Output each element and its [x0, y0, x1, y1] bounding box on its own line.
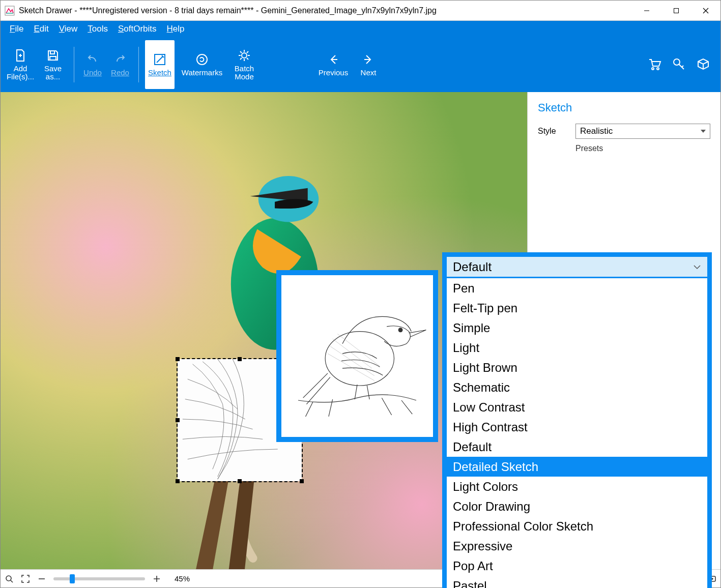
dropdown-option[interactable]: Simple	[447, 318, 707, 338]
next-button[interactable]: Next	[354, 40, 383, 89]
cart-icon[interactable]	[647, 57, 661, 73]
app-window: Sketch Drawer - ****Unregistered version…	[0, 0, 721, 588]
add-file-icon	[13, 48, 27, 63]
fit-screen-icon[interactable]	[21, 574, 30, 583]
package-icon[interactable]	[696, 57, 710, 73]
gear-icon	[237, 48, 251, 63]
style-value: Realistic	[580, 126, 613, 136]
undo-icon	[85, 52, 100, 67]
maximize-button[interactable]	[661, 1, 691, 20]
minimize-button[interactable]	[632, 1, 661, 20]
window-title: Sketch Drawer - ****Unregistered version…	[19, 6, 437, 15]
zoom-out-icon[interactable]	[37, 574, 46, 583]
resize-handle[interactable]	[300, 479, 304, 483]
sketch-button[interactable]: Sketch	[145, 40, 175, 89]
dropdown-option[interactable]: Expressive	[447, 536, 707, 556]
redo-icon	[113, 52, 127, 67]
presets-label: Presets	[575, 144, 710, 153]
dropdown-option[interactable]: Default	[447, 437, 707, 457]
chevron-down-icon	[701, 130, 706, 133]
dropdown-option[interactable]: Pastel	[447, 576, 707, 588]
menu-view[interactable]: View	[54, 21, 83, 37]
svg-point-22	[6, 576, 11, 581]
dropdown-option[interactable]: Light Colors	[447, 477, 707, 496]
dropdown-option[interactable]: Professional Color Sketch	[447, 516, 707, 536]
resize-handle[interactable]	[176, 418, 180, 422]
svg-point-21	[398, 328, 402, 332]
toolbar: Add File(s)... Save as... Undo Redo Sket…	[1, 37, 720, 92]
zoom-reset-icon[interactable]	[5, 574, 14, 583]
resize-handle[interactable]	[238, 357, 242, 361]
svg-rect-6	[50, 56, 56, 60]
watermark-icon	[195, 52, 209, 67]
redo-button[interactable]: Redo	[108, 40, 132, 89]
style-label: Style	[538, 127, 566, 136]
chevron-down-icon	[693, 260, 701, 274]
title-bar: Sketch Drawer - ****Unregistered version…	[1, 1, 720, 21]
add-files-button[interactable]: Add File(s)...	[6, 40, 35, 89]
menu-help[interactable]: Help	[162, 21, 190, 37]
zoom-slider[interactable]	[53, 577, 145, 580]
menu-edit[interactable]: Edit	[28, 21, 53, 37]
style-combo[interactable]: Realistic	[575, 124, 710, 139]
svg-point-10	[652, 68, 654, 70]
dropdown-option[interactable]: Felt-Tip pen	[447, 298, 707, 318]
dropdown-option[interactable]: Color Drawing	[447, 496, 707, 516]
svg-point-8	[197, 54, 207, 65]
sketch-icon	[153, 52, 167, 67]
preview-popup	[276, 270, 438, 442]
arrow-right-icon	[361, 52, 376, 67]
dropdown-option[interactable]: Light	[447, 338, 707, 358]
menu-softorbits[interactable]: SoftOrbits	[113, 21, 162, 37]
dropdown-option[interactable]: Schematic	[447, 377, 707, 397]
svg-point-11	[657, 68, 659, 70]
dropdown-option[interactable]: Detailed Sketch	[447, 457, 707, 477]
dropdown-selected[interactable]: Default	[447, 257, 707, 278]
resize-handle[interactable]	[176, 479, 180, 483]
dropdown-list[interactable]: PenFelt-Tip penSimpleLightLight BrownSch…	[447, 278, 707, 588]
menu-tools[interactable]: Tools	[82, 21, 113, 37]
previous-button[interactable]: Previous	[316, 40, 351, 89]
resize-handle[interactable]	[176, 357, 180, 361]
save-as-button[interactable]: Save as...	[38, 40, 68, 89]
preview-sketch	[283, 277, 431, 435]
svg-rect-5	[50, 51, 54, 54]
watermarks-button[interactable]: Watermarks	[178, 40, 226, 89]
close-button[interactable]	[691, 1, 720, 20]
slider-thumb[interactable]	[70, 574, 75, 583]
dropdown-option[interactable]: Pen	[447, 278, 707, 298]
app-icon	[5, 6, 15, 16]
zoom-value: 45%	[175, 574, 190, 583]
save-icon	[46, 48, 60, 63]
resize-handle[interactable]	[238, 479, 242, 483]
menu-file[interactable]: File	[5, 21, 28, 37]
presets-dropdown[interactable]: Default PenFelt-Tip penSimpleLightLight …	[442, 252, 712, 588]
menu-bar: File Edit View Tools SoftOrbits Help	[1, 21, 720, 37]
batch-mode-button[interactable]: Batch Mode	[229, 40, 259, 89]
panel-title: Sketch	[538, 101, 710, 114]
body: Sketch Style Realistic Presets	[1, 92, 720, 569]
key-icon[interactable]	[672, 57, 686, 73]
zoom-in-icon[interactable]	[152, 574, 161, 583]
dropdown-option[interactable]: Low Contrast	[447, 397, 707, 417]
dropdown-option[interactable]: Pop Art	[447, 556, 707, 576]
dropdown-option[interactable]: High Contrast	[447, 417, 707, 437]
svg-point-9	[242, 53, 247, 58]
undo-button[interactable]: Undo	[80, 40, 105, 89]
svg-rect-2	[674, 8, 679, 13]
dropdown-option[interactable]: Light Brown	[447, 358, 707, 377]
arrow-left-icon	[326, 52, 340, 67]
